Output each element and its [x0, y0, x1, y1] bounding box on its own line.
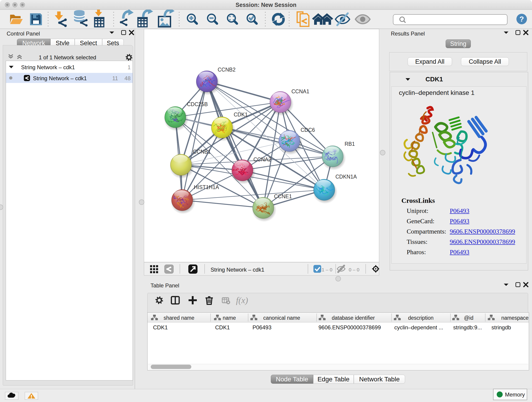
- svg-text:CCNA1: CCNA1: [291, 89, 309, 95]
- svg-text:CDC25B: CDC25B: [187, 101, 208, 107]
- svg-text:CCNB2: CCNB2: [218, 67, 235, 73]
- svg-text:RB1: RB1: [345, 141, 355, 147]
- svg-text:CCNE1: CCNE1: [274, 193, 292, 199]
- svg-text:CDC6: CDC6: [301, 127, 315, 133]
- svg-text:HIST1H1A: HIST1H1A: [194, 184, 219, 190]
- svg-text:CDK1: CDK1: [234, 112, 248, 118]
- svg-text:CCNA2: CCNA2: [253, 157, 271, 162]
- svg-text:CCNB1: CCNB1: [193, 149, 211, 155]
- svg-text:CDKN1A: CDKN1A: [336, 174, 357, 180]
